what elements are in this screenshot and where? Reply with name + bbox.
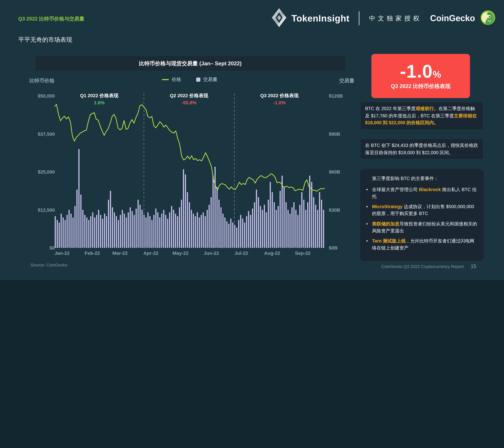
page-title: 平平无奇的市场表现 [18, 36, 72, 44]
tokeninsight-diamond-icon [272, 8, 286, 28]
key-events-heading: 第三季度影响 BTC 的主要事件： [372, 175, 478, 182]
page-number: 15 [471, 264, 476, 269]
event-item: •MicroStrategy 达成协议，计划出售 $500,000,000 的股… [365, 203, 478, 217]
legend-volume-label: 交易量 [203, 77, 217, 82]
left-axis-title: 比特币价格 [29, 78, 54, 84]
y-axis-label: $50,000 [20, 93, 55, 98]
event-item: •全球最大资产管理公司 Blackrock 推出私人 BTC 信托 [365, 186, 478, 200]
report-slide: Q3 2022 比特币价格与交易量 平平无奇的市场表现 TokenInsight… [0, 0, 504, 280]
y-axis-label: $25,000 [20, 169, 55, 175]
x-axis-label: Feb-22 [85, 250, 100, 256]
stat-label: Q3 2022 比特币价格表现 [391, 83, 450, 90]
q3-performance-stat-card: -1.0% Q3 2022 比特币价格表现 [371, 54, 470, 98]
volume-bar-swatch-icon [196, 78, 200, 82]
page-kicker: Q3 2022 比特币价格与交易量 [18, 16, 84, 22]
y-axis-label: $37,500 [20, 131, 55, 136]
x-axis-label: Jan-22 [54, 250, 70, 256]
chart-legend: 价格 交易量 [54, 77, 325, 82]
coingecko-wordmark: CoinGecko [430, 13, 475, 23]
y-axis-label: $60B [329, 169, 340, 175]
insight-paragraph-1: BTC 在 2022 年第三季度艰难前行。在第二季度价格触及 $17,760 的… [361, 102, 483, 129]
report-name: CoinGecko Q3 2022 Cryptocurrency Report [381, 264, 464, 269]
x-axis-label: Aug-22 [264, 250, 280, 256]
chart-title-bar: 比特币价格与现货交易量 (Jan– Sept 2022) [35, 56, 345, 71]
x-axis-label: May-22 [172, 250, 188, 256]
y-axis-label: $0 [20, 245, 55, 251]
stat-value: -1.0% [400, 62, 441, 80]
bullet-icon: • [365, 238, 369, 252]
x-axis-label: Mar-22 [112, 250, 128, 256]
event-item: •美联储的加息导致投资者们纷纷从美元和国债相关的风险资产里退出 [365, 221, 478, 234]
legend-item-volume: 交易量 [196, 77, 217, 82]
bullet-icon: • [365, 186, 369, 200]
bullet-icon: • [365, 221, 369, 234]
price-line-swatch-icon [162, 79, 169, 80]
brand-bar: TokenInsight 中文独家授权 CoinGecko [272, 8, 496, 28]
legend-item-price: 价格 [162, 77, 181, 82]
x-axis-label: Apr-22 [144, 250, 158, 256]
footer: CoinGecko Q3 2022 Cryptocurrency Report … [381, 264, 476, 269]
price-volume-plot [54, 93, 325, 248]
key-events-box: 第三季度影响 BTC 的主要事件： •全球最大资产管理公司 Blackrock … [360, 169, 484, 261]
tokeninsight-wordmark: TokenInsight [291, 13, 349, 23]
x-axis-label: Sep-22 [295, 250, 310, 256]
y-axis-label: $120B [329, 93, 343, 98]
insight-paragraph-2: 在 BTC 创下 $24,433 的季度价格高点后，很快其价格跌落至目前保持的 … [361, 139, 483, 159]
y-axis-label: $12,500 [20, 207, 55, 213]
source-note: Source: CoinGecko [31, 263, 67, 267]
legend-price-label: 价格 [172, 77, 181, 82]
key-events-list: •全球最大资产管理公司 Blackrock 推出私人 BTC 信托•MicroS… [365, 186, 478, 252]
right-axis-title: 交易量 [339, 78, 354, 84]
y-axis-label: $0B [329, 245, 338, 251]
brand-separator [359, 11, 360, 25]
x-axis-label: Jul-22 [234, 250, 248, 256]
bullet-icon: • [365, 203, 369, 217]
event-item: •Taro 测试版上线，允许比特币开发者们通过闪电网络在链上创建资产 [365, 238, 478, 252]
authorization-label: 中文独家授权 [369, 14, 422, 22]
y-axis-label: $90B [329, 131, 340, 136]
chart-title: 比特币价格与现货交易量 (Jan– Sept 2022) [139, 60, 241, 67]
x-axis-label: Jun-22 [204, 250, 219, 256]
coingecko-gecko-icon [480, 10, 496, 27]
y-axis-label: $30B [329, 207, 340, 213]
